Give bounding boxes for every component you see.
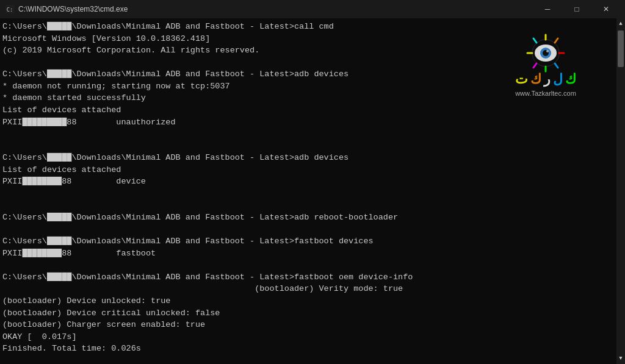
close-button[interactable]: ✕ bbox=[592, 0, 620, 18]
terminal-output[interactable]: C:\Users\█████\Downloads\Minimal ADB and… bbox=[0, 18, 616, 364]
cmd-icon: C: bbox=[5, 4, 15, 14]
scrollbar-thumb[interactable] bbox=[618, 30, 624, 67]
scroll-down-arrow[interactable]: ▼ bbox=[616, 354, 625, 363]
scroll-up-arrow[interactable]: ▲ bbox=[616, 20, 625, 28]
minimize-button[interactable]: ─ bbox=[533, 0, 562, 18]
title-bar: C: C:\WINDOWS\system32\cmd.exe ─ □ ✕ bbox=[0, 0, 625, 18]
window-controls: ─ □ ✕ bbox=[533, 0, 620, 18]
title-bar-left: C: C:\WINDOWS\system32\cmd.exe bbox=[5, 4, 128, 14]
svg-text:C:: C: bbox=[7, 7, 13, 13]
terminal-wrapper: C:\Users\█████\Downloads\Minimal ADB and… bbox=[0, 18, 625, 364]
scrollbar[interactable]: ▲ ▼ bbox=[616, 18, 625, 364]
window-title: C:\WINDOWS\system32\cmd.exe bbox=[18, 5, 128, 13]
maximize-button[interactable]: □ bbox=[563, 0, 591, 18]
